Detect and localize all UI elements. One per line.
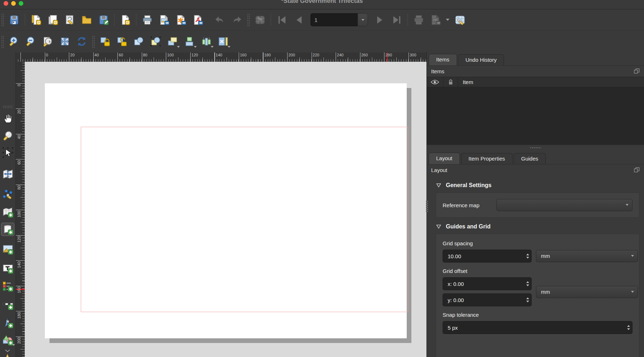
- spinner-buttons[interactable]: [627, 321, 630, 334]
- grid-spacing-spinbox[interactable]: 10.00: [443, 250, 532, 263]
- add-map-tool[interactable]: [1, 205, 14, 219]
- grid-spacing-unit-value: mm: [536, 253, 550, 259]
- vertical-ruler[interactable]: 020406080100120140160180200: [16, 62, 25, 357]
- align-selected-items-button[interactable]: [182, 35, 196, 48]
- bottom-panel-tabs: Layout Item Properties Guides: [427, 150, 644, 164]
- select-move-item-tool[interactable]: [1, 146, 14, 159]
- tab-layout[interactable]: Layout: [429, 153, 460, 164]
- export-pdf-button[interactable]: [191, 13, 205, 27]
- spinner-buttons[interactable]: [526, 250, 529, 262]
- layout-canvas[interactable]: [25, 62, 426, 357]
- previous-feature-button[interactable]: [292, 13, 305, 27]
- lock-icon: [448, 79, 453, 85]
- page-number-input[interactable]: [311, 13, 358, 26]
- zoom-tool[interactable]: [1, 129, 14, 142]
- raise-selected-items-button[interactable]: [165, 35, 179, 48]
- panel-resize-handle[interactable]: [425, 200, 428, 213]
- spin-down-icon: [526, 301, 529, 302]
- toolbox-grip[interactable]: [3, 105, 13, 108]
- atlas-settings-button[interactable]: [453, 13, 467, 27]
- toolbar-grip[interactable]: [247, 13, 250, 26]
- group-items-button[interactable]: [132, 35, 145, 48]
- toolbar-grip[interactable]: [1, 35, 4, 48]
- items-panel-title-row: Items: [427, 66, 644, 77]
- guides-and-grid-header[interactable]: Guides and Grid: [436, 223, 644, 230]
- window-title: *State Government Trifectas: [0, 0, 644, 5]
- toolbox: N: [0, 52, 16, 357]
- export-atlas-button[interactable]: [429, 13, 442, 27]
- tab-guides[interactable]: Guides: [514, 153, 546, 164]
- zoom-full-button[interactable]: [58, 35, 71, 48]
- zoom-in-button[interactable]: [7, 35, 21, 48]
- add-legend-tool[interactable]: [1, 279, 14, 293]
- grid-offset-x-spinbox[interactable]: x: 0.00: [443, 277, 532, 290]
- item-column-header[interactable]: Item: [458, 79, 473, 85]
- page-margin-guide: [81, 127, 408, 312]
- new-layout-button[interactable]: [29, 13, 43, 27]
- horizontal-ruler[interactable]: 0204060801001201401601802002202402602803…: [16, 52, 426, 62]
- grid-offset-y-spinbox[interactable]: y: 0.00: [443, 293, 532, 306]
- add-scale-bar-tool[interactable]: [1, 298, 14, 311]
- undo-button[interactable]: [213, 13, 227, 27]
- add-shape-tool[interactable]: [1, 333, 14, 347]
- grid-offset-x-value: x: 0.00: [443, 281, 464, 287]
- spinner-buttons[interactable]: [526, 294, 529, 306]
- atlas-preview-button[interactable]: [253, 13, 267, 27]
- items-list[interactable]: [427, 87, 644, 145]
- tab-undo-history[interactable]: Undo History: [458, 54, 504, 65]
- toolbox-overflow-chevron[interactable]: [4, 348, 11, 354]
- toolbar-separator: [25, 14, 25, 26]
- tab-items[interactable]: Items: [429, 54, 457, 65]
- panel-splitter[interactable]: [427, 145, 644, 150]
- add-north-arrow-tool[interactable]: N: [1, 316, 14, 329]
- unlock-all-items-button[interactable]: [115, 35, 129, 48]
- float-panel-icon[interactable]: [634, 167, 640, 173]
- ungroup-items-button[interactable]: [149, 35, 162, 48]
- redo-button[interactable]: [230, 13, 243, 27]
- export-svg-button[interactable]: [174, 13, 188, 27]
- distribute-selected-items-button[interactable]: [199, 35, 213, 48]
- lock-selected-items-button[interactable]: [98, 35, 112, 48]
- save-project-button[interactable]: [7, 13, 21, 27]
- grid-spacing-unit-dropdown[interactable]: mm: [536, 250, 638, 262]
- general-settings-header[interactable]: General Settings: [436, 182, 644, 189]
- zoom-actual-size-button[interactable]: 1:1: [41, 35, 55, 48]
- pan-layout-tool[interactable]: [1, 111, 14, 125]
- first-feature-button[interactable]: [275, 13, 289, 27]
- next-feature-button[interactable]: [373, 13, 387, 27]
- resize-selected-items-button[interactable]: [216, 35, 230, 48]
- float-panel-icon[interactable]: [634, 68, 640, 75]
- grid-offset-unit-dropdown[interactable]: mm: [536, 286, 638, 298]
- save-as-template-button[interactable]: [97, 13, 110, 27]
- last-feature-button[interactable]: [390, 13, 403, 27]
- move-item-content-tool[interactable]: [1, 167, 14, 181]
- add-3d-map-tool[interactable]: [1, 223, 14, 236]
- spin-up-icon: [526, 281, 529, 283]
- print-layout-button[interactable]: [140, 13, 154, 27]
- edit-nodes-item-tool[interactable]: [1, 187, 14, 200]
- page-setup-button[interactable]: [118, 13, 132, 27]
- print-atlas-button[interactable]: [412, 13, 425, 27]
- eye-icon: [430, 79, 439, 85]
- toolbar-grip[interactable]: [92, 35, 95, 48]
- load-template-button[interactable]: [80, 13, 93, 27]
- toolbar-separator: [114, 14, 115, 26]
- snap-tolerance-spinbox[interactable]: 5 px: [443, 321, 633, 334]
- reference-map-dropdown[interactable]: [496, 199, 633, 211]
- refresh-view-button[interactable]: [75, 35, 88, 48]
- export-atlas-dropdown-arrow[interactable]: [446, 19, 449, 21]
- zoom-out-button[interactable]: [24, 35, 38, 48]
- export-image-button[interactable]: [157, 13, 171, 27]
- chevron-down-icon: [12, 344, 15, 346]
- visibility-column-header[interactable]: [427, 77, 443, 87]
- add-picture-tool[interactable]: [1, 242, 14, 256]
- toolbar-grip[interactable]: [1, 13, 4, 26]
- spinner-buttons[interactable]: [526, 278, 529, 290]
- tab-item-properties[interactable]: Item Properties: [461, 153, 513, 164]
- lock-column-header[interactable]: [443, 77, 458, 87]
- page-number-dropdown-button[interactable]: [358, 13, 368, 26]
- layout-page[interactable]: [45, 83, 407, 338]
- duplicate-layout-button[interactable]: [46, 13, 60, 27]
- layout-manager-button[interactable]: [63, 13, 76, 27]
- add-label-tool[interactable]: [1, 261, 14, 275]
